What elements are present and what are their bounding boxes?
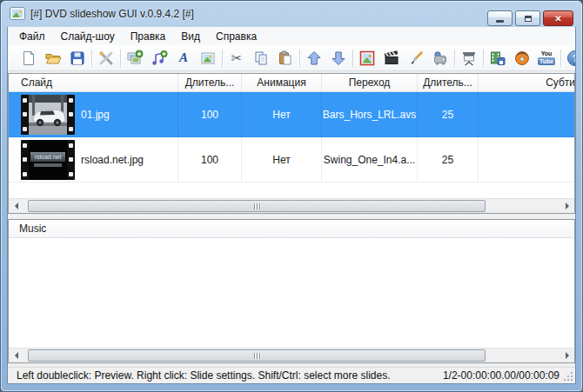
column-header-slide[interactable]: Слайд xyxy=(9,74,178,91)
restore-icon xyxy=(525,16,532,22)
client-area: Файл Слайд-шоу Правка Вид Справка xyxy=(7,27,576,384)
left-triangle-icon xyxy=(15,352,18,359)
slide-subtitle xyxy=(479,137,575,182)
copy-icon xyxy=(252,50,270,67)
slide-duration: 100 xyxy=(178,92,242,136)
help-icon: ? xyxy=(567,50,575,66)
settings-button[interactable] xyxy=(96,47,117,70)
slide-duration: 100 xyxy=(178,137,242,182)
right-triangle-icon xyxy=(566,203,569,209)
edit-brush-button[interactable] xyxy=(405,47,426,70)
upload-youtube-button[interactable]: You Tube xyxy=(536,47,557,70)
render-button[interactable] xyxy=(430,47,451,70)
export-video-button[interactable] xyxy=(487,47,508,70)
status-position: 1/2-00:00:00.00/00:00:09 xyxy=(443,369,572,382)
move-down-button[interactable] xyxy=(328,47,349,70)
add-image-button[interactable] xyxy=(198,47,218,70)
save-icon xyxy=(69,50,86,67)
menu-bar: Файл Слайд-шоу Правка Вид Справка xyxy=(8,27,575,45)
toolbar: A ✂ xyxy=(8,45,575,71)
menu-slideshow[interactable]: Слайд-шоу xyxy=(53,29,123,44)
window-controls: ✕ xyxy=(487,10,573,26)
youtube-icon: You Tube xyxy=(538,50,555,65)
status-bar: Left doubleclick: Preview. Right click: … xyxy=(8,367,575,383)
slide-settings-button[interactable] xyxy=(357,47,378,70)
slide-subtitle xyxy=(479,92,575,136)
move-up-button[interactable] xyxy=(304,47,325,70)
music-column-header[interactable]: Music xyxy=(9,220,574,238)
transitions-button[interactable] xyxy=(381,47,402,70)
app-icon xyxy=(10,7,25,20)
slide-thumbnail-1 xyxy=(21,95,75,135)
clapperboard-icon xyxy=(383,50,400,67)
scrollbar-thumb[interactable] xyxy=(28,200,486,212)
minimize-button[interactable] xyxy=(487,10,513,26)
arrow-down-icon xyxy=(330,50,347,67)
scroll-left-arrow[interactable] xyxy=(9,349,23,362)
paintbrush-icon xyxy=(407,50,425,67)
scrollbar-thumb[interactable] xyxy=(28,349,486,362)
menu-view[interactable]: Вид xyxy=(173,29,208,44)
add-music-button[interactable] xyxy=(149,47,170,70)
music-panel: Music xyxy=(8,219,575,363)
close-button[interactable]: ✕ xyxy=(543,10,573,26)
open-project-button[interactable] xyxy=(43,47,64,70)
music-horizontal-scrollbar[interactable] xyxy=(9,348,574,362)
slide-row-2[interactable]: rsload.net rsload.net.jpg 100 Нет Swing_… xyxy=(9,137,575,183)
slide-animation: Нет xyxy=(242,137,322,182)
scroll-right-arrow[interactable] xyxy=(560,349,574,362)
slide-transition: Swing_One_In4.a... xyxy=(322,137,418,182)
open-folder-icon xyxy=(44,50,62,67)
burn-dvd-button[interactable] xyxy=(512,47,533,70)
image-icon xyxy=(199,50,217,67)
add-pictures-button[interactable] xyxy=(124,47,145,70)
help-button[interactable]: ? xyxy=(565,47,575,70)
status-hint: Left doubleclick: Preview. Right click: … xyxy=(17,369,443,382)
slides-horizontal-scrollbar[interactable] xyxy=(9,198,574,213)
film-save-icon xyxy=(489,50,506,67)
arrow-up-icon xyxy=(305,50,323,67)
window-title: [#] DVD slideshow GUI v.0.9.4.2 [#] xyxy=(30,8,194,20)
scroll-left-arrow[interactable] xyxy=(9,199,23,213)
column-header-transition[interactable]: Переход xyxy=(322,74,418,91)
resize-grip-icon[interactable] xyxy=(564,372,573,381)
rsload-logo-photo: rsload.net xyxy=(29,140,67,180)
slide-settings-icon xyxy=(359,50,376,67)
dvd-disc-icon xyxy=(513,50,531,67)
minimize-icon xyxy=(496,20,504,23)
column-header-subtitle[interactable]: Субтитры xyxy=(479,74,575,91)
add-text-button[interactable]: A xyxy=(173,47,194,70)
menu-edit[interactable]: Правка xyxy=(123,29,174,44)
toolbar-separator xyxy=(91,50,92,67)
car-photo xyxy=(29,95,67,135)
slide-animation: Нет xyxy=(242,92,322,136)
slide-name: rsload.net.jpg xyxy=(81,154,144,166)
projection-screen-icon xyxy=(460,50,478,67)
scroll-right-arrow[interactable] xyxy=(560,199,574,213)
add-pictures-icon xyxy=(126,50,144,67)
copy-button[interactable] xyxy=(251,47,271,70)
add-music-icon xyxy=(151,50,168,67)
column-header-animation[interactable]: Анимация xyxy=(242,74,322,91)
save-project-button[interactable] xyxy=(67,47,88,70)
restore-button[interactable] xyxy=(515,10,540,26)
app-window: [#] DVD slideshow GUI v.0.9.4.2 [#] ✕ Фа… xyxy=(0,0,583,392)
menu-file[interactable]: Файл xyxy=(11,29,53,44)
slides-list-header: Слайд Длитель... Анимация Переход Длител… xyxy=(9,74,575,92)
slide-row-1[interactable]: 01.jpg 100 Нет Bars_Hors_LRL.avs 25 xyxy=(9,92,575,137)
preview-button[interactable] xyxy=(459,47,479,70)
projector-icon xyxy=(432,50,449,67)
slide-thumbnail-2: rsload.net xyxy=(21,140,75,180)
toolbar-separator xyxy=(560,50,561,67)
toolbar-separator xyxy=(454,50,455,67)
column-header-duration[interactable]: Длитель... xyxy=(178,74,242,91)
left-triangle-icon xyxy=(15,203,18,209)
column-header-transition-duration[interactable]: Длитель... xyxy=(418,74,479,91)
slides-list: Слайд Длитель... Анимация Переход Длител… xyxy=(8,73,575,214)
new-project-button[interactable] xyxy=(18,47,39,70)
menu-help[interactable]: Справка xyxy=(208,29,265,44)
cut-button[interactable]: ✂ xyxy=(226,47,247,70)
paste-button[interactable] xyxy=(275,47,296,70)
right-triangle-icon xyxy=(566,352,569,359)
close-icon: ✕ xyxy=(554,14,561,23)
